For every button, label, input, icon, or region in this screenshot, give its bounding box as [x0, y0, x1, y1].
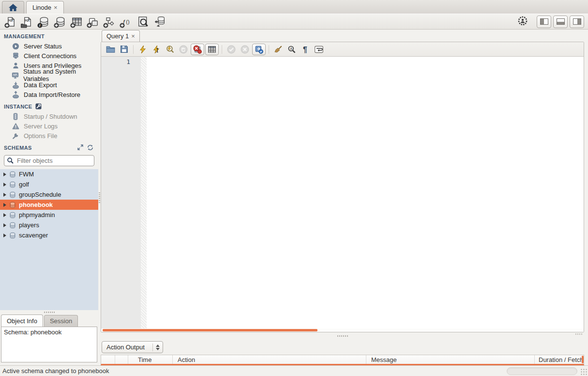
tab-home[interactable] [2, 1, 24, 14]
toggle-autocommit-button[interactable] [252, 44, 266, 55]
sidebar-item-server-logs[interactable]: Server Logs [0, 121, 98, 131]
search-table-data-button[interactable] [136, 15, 150, 29]
column-header-duration[interactable]: Duration / Fetch [535, 355, 584, 364]
expander-icon[interactable] [3, 223, 6, 227]
wrap-text-button[interactable] [313, 44, 325, 55]
sidebar-item-server-status[interactable]: Server Status [0, 41, 98, 51]
rollback-button[interactable] [239, 44, 251, 55]
schema-row-phonebook[interactable]: phonebook [0, 200, 98, 210]
expand-schemas-button[interactable] [77, 144, 83, 151]
open-sql-script-button[interactable]: SQL [20, 15, 35, 29]
fold-margin [141, 57, 147, 329]
sidebar-item-client-connections[interactable]: Client Connections [0, 51, 98, 61]
open-folder-icon [106, 45, 115, 53]
commit-button[interactable] [225, 44, 238, 55]
spinner-up-icon[interactable] [156, 345, 160, 347]
column-header-time[interactable]: Time [128, 355, 173, 364]
info-panel-tabs: Object Info Session [0, 314, 98, 327]
expander-icon[interactable] [3, 203, 6, 207]
sidebar-item-system-variables[interactable]: Status and System Variables [0, 70, 98, 80]
explain-button[interactable] [164, 44, 176, 55]
plus-badge-icon [120, 23, 125, 28]
toggle-bottom-panel-button[interactable] [553, 16, 568, 28]
column-header-message[interactable]: Message [366, 355, 535, 364]
tab-object-info[interactable]: Object Info [1, 314, 43, 327]
scrollbar-thumb[interactable] [103, 329, 317, 331]
open-script-button[interactable] [104, 44, 117, 55]
create-table-button[interactable] [70, 15, 84, 29]
instance-title: INSTANCE [4, 104, 32, 110]
create-procedure-button[interactable] [103, 15, 117, 29]
resize-grip[interactable] [580, 368, 587, 375]
limit-rows-button[interactable] [205, 44, 219, 55]
line-number-gutter: 1 [101, 57, 141, 329]
users-icon [12, 62, 19, 69]
tab-connection-linode[interactable]: Linode × [26, 1, 64, 14]
sidebar-item-options-file[interactable]: Options File [0, 131, 98, 141]
schema-row-fwm[interactable]: FWM [0, 169, 98, 179]
output-splitter[interactable] [101, 332, 584, 340]
mysql-workbench-window: Linode × SQL SQL i [0, 0, 588, 376]
create-view-button[interactable] [86, 15, 101, 29]
execute-current-button[interactable] [150, 44, 163, 55]
object-info-panel: Schema: phonebook [1, 327, 97, 362]
schema-name: phpmyadmin [19, 211, 55, 219]
beautify-button[interactable] [272, 44, 285, 55]
expander-icon[interactable] [3, 183, 6, 187]
info-badge-icon: i [37, 23, 43, 28]
column-label: Time [138, 356, 151, 363]
refresh-schemas-button[interactable] [87, 144, 93, 151]
sidebar-item-startup-shutdown[interactable]: Startup / Shutdown [0, 111, 98, 121]
toggle-right-panel-button[interactable] [570, 16, 584, 28]
schema-row-groupschedule[interactable]: groupSchedule [0, 189, 98, 200]
sidebar-item-data-import[interactable]: Data Import/Restore [0, 90, 98, 99]
show-invisibles-button[interactable]: ¶ [299, 44, 312, 55]
output-type-select[interactable]: Action Output [102, 341, 163, 353]
execute-button[interactable] [136, 44, 149, 55]
column-header-action[interactable]: Action [173, 355, 366, 364]
editor-horizontal-scrollbar[interactable] [101, 329, 584, 332]
schema-row-players[interactable]: players [0, 220, 98, 230]
toggle-left-panel-button[interactable] [537, 16, 551, 28]
schema-db-icon [9, 202, 16, 208]
expander-icon[interactable] [3, 234, 6, 237]
close-icon[interactable]: × [131, 32, 135, 40]
save-script-button[interactable] [118, 44, 130, 55]
tab-session[interactable]: Session [44, 315, 78, 327]
sidebar-item-label: Options File [24, 132, 57, 140]
expander-icon[interactable] [3, 193, 6, 197]
right-panel-icon [573, 18, 581, 25]
wrench-badge-icon [35, 103, 42, 110]
find-icon: A [287, 45, 296, 54]
close-icon[interactable]: × [54, 4, 58, 11]
output-vertical-scrollbar[interactable] [582, 356, 584, 363]
admin-button[interactable] [517, 16, 528, 28]
column-header-icon2[interactable] [115, 355, 128, 364]
column-label: Message [371, 356, 397, 363]
wrap-text-icon [314, 45, 324, 54]
find-button[interactable]: A [286, 44, 298, 55]
query-tab-bar: Query 1 × [101, 30, 584, 42]
reconnect-dbms-button[interactable] [152, 15, 166, 29]
expander-icon[interactable] [3, 172, 6, 176]
new-sql-tab-button[interactable]: SQL [4, 15, 18, 29]
schema-filter-input[interactable] [4, 155, 94, 166]
spinner-down-icon[interactable] [156, 348, 160, 350]
toggle-stop-on-error-button[interactable] [191, 44, 204, 55]
sidebar-horizontal-splitter[interactable] [0, 310, 98, 314]
plus-badge-icon [54, 23, 59, 28]
sidebar-item-data-export[interactable]: Data Export [0, 80, 98, 90]
stop-button[interactable] [177, 44, 190, 55]
expander-icon[interactable] [3, 213, 6, 217]
column-header-icon1[interactable] [101, 355, 115, 364]
create-schema-button[interactable] [53, 15, 68, 29]
svg-text:SQL: SQL [25, 18, 30, 21]
splitter-grip [44, 312, 55, 313]
schema-row-scavenger[interactable]: scavenger [0, 230, 98, 240]
connection-info-button[interactable]: i [37, 15, 51, 29]
create-function-button[interactable]: f() [119, 15, 134, 29]
schema-row-phpmyadmin[interactable]: phpmyadmin [0, 210, 98, 220]
schema-row-golf[interactable]: golf [0, 179, 98, 189]
sql-editor-surface[interactable] [147, 57, 584, 329]
tab-query-1[interactable]: Query 1 × [102, 30, 140, 42]
